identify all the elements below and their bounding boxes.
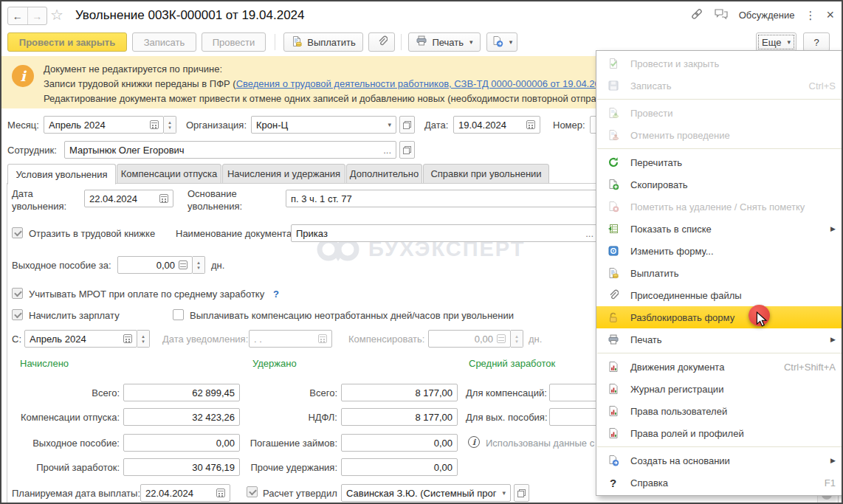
calendar-icon[interactable] [150,120,159,129]
szv-td-document-link[interactable]: Сведения о трудовой деятельности работни… [236,78,600,89]
menu-item-role-profile-rights[interactable]: Права ролей и профилей [596,422,843,444]
calendar-icon[interactable] [216,489,225,497]
severance-days-stepper[interactable]: ▴▾ [193,256,205,274]
tab-dismissal-terms[interactable]: Условия увольнения [7,164,116,184]
for-compensations-label: Для компенсаций: [466,387,547,398]
from-month-stepper[interactable]: ▴▾ [137,330,150,348]
approved-by-field[interactable]: Савинская З.Ю. (Системный прог ▾ [341,484,511,502]
tab-accruals-deductions[interactable]: Начисления и удержания [222,164,345,184]
favorite-star-icon[interactable]: ☆ [50,6,63,24]
forward-button[interactable]: → [27,7,47,24]
save-button[interactable]: Записать [132,32,196,52]
tab-label: Условия увольнения [16,169,107,180]
print-button[interactable]: Печать ▾ [408,32,481,52]
help-button[interactable]: ? [803,32,830,52]
menu-item-show-in-list[interactable]: Показать в списке ▶ [596,218,843,240]
organization-field[interactable]: Крон-Ц ▾ [251,116,396,134]
doc-name-field[interactable]: Приказ ... [291,224,599,242]
ellipsis-icon[interactable]: ... [383,145,391,156]
menu-item-save[interactable]: Записать Ctrl+S [596,75,843,97]
other-deductions-field[interactable]: 0,00 [341,458,458,476]
dropdown-icon[interactable]: ▾ [502,489,506,497]
menu-item-attached-files[interactable]: Присоединенные файлы [596,284,843,306]
withheld-total-field[interactable]: 8 177,00 [341,384,458,401]
employee-field[interactable]: Мартынюк Олег Егорович ... [64,141,396,159]
menu-item-label: Присоединенные файлы [630,290,828,301]
menu-item-registration-log[interactable]: Журнал регистрации [596,378,843,400]
menu-item-label: Показать в списке [630,224,823,235]
post-button[interactable]: Провести [202,32,266,52]
help-icon: ? [607,477,619,489]
ellipsis-icon[interactable]: ... [585,228,593,239]
menu-item-unlock-form[interactable]: Разблокировать форму [596,306,843,328]
other-earnings-field[interactable]: 30 476,19 [123,458,240,476]
menu-item-document-movements[interactable]: Движения документа Ctrl+Shift+A [596,356,843,378]
menu-item-change-form[interactable]: Изменить форму... [596,240,843,262]
calendar-icon[interactable] [526,120,535,129]
calendar-icon[interactable] [159,194,168,203]
compensate-field[interactable]: 0,00 [428,330,511,348]
pay-button[interactable]: Выплатить [283,32,363,52]
menu-item-undo-posting[interactable]: Отменить проведение [596,124,843,146]
link-icon[interactable] [690,7,703,23]
attachments-button[interactable] [368,32,395,52]
calendar-icon[interactable] [123,334,132,343]
vacation-compensation-field[interactable]: 32 423,26 [123,408,240,426]
approved-by-open-button[interactable] [514,484,529,502]
workbook-checkbox[interactable] [12,227,23,238]
back-icon: ← [13,10,23,22]
close-icon[interactable]: × [826,7,834,23]
calculator-icon[interactable] [179,260,187,269]
post-and-close-button[interactable]: Провести и закрыть [7,32,127,52]
from-month-field[interactable]: Апрель 2024 [24,330,137,348]
menu-item-pay[interactable]: Выплатить [596,262,843,284]
loan-repayment-field[interactable]: 0,00 [341,434,458,452]
discussion-label[interactable]: Обсуждение [739,10,795,21]
menu-item-help[interactable]: ? Справка F1 [596,472,843,494]
tab-vacation-compensation[interactable]: Компенсации отпуска [117,164,221,184]
compensate-stepper[interactable]: ▴▾ [511,330,523,348]
undo-posting-icon [607,129,619,142]
menu-item-post[interactable]: Провести [596,102,843,124]
menu-item-user-rights[interactable]: Права пользователей [596,400,843,422]
menu-item-copy[interactable]: Скопировать [596,173,843,196]
back-button[interactable]: ← [8,7,27,24]
tab-dismissal-certificates[interactable]: Справки при увольнении [423,164,549,184]
menu-item-mark-for-deletion[interactable]: Пометить на удаление / Снять пометку [596,196,843,218]
tab-additional[interactable]: Дополнительно [346,164,422,184]
menu-item-post-and-close[interactable]: Провести и закрыть [596,52,843,75]
accrue-salary-checkbox[interactable] [12,309,23,320]
accrued-total-field[interactable]: 62 899,45 [123,384,240,401]
withheld-header: Удержано [252,358,297,369]
mrot-checkbox-label: Учитывать МРОТ при оплате по среднему за… [29,289,264,300]
average-info-icon[interactable]: i [468,436,480,448]
pay-label: Выплатить [307,37,356,48]
menu-item-reread[interactable]: Перечитать [596,151,843,173]
dropdown-icon[interactable]: ▾ [388,121,391,128]
create-based-on-button[interactable]: ▾ [486,32,517,52]
menu-item-print[interactable]: Печать ▶ [596,328,843,351]
dismissal-date-label: Дата [12,188,33,199]
month-field[interactable]: Апрель 2024 [44,116,164,134]
mrot-help-icon[interactable]: ? [273,289,279,300]
severance-pay-field[interactable]: 0,00 [123,434,240,452]
calc-approved-checkbox[interactable] [247,486,258,497]
notice-date-field[interactable]: . . [249,330,332,348]
severance-days-field[interactable]: 0,00 [117,256,193,274]
menu-item-shortcut: F1 [825,477,836,489]
mrot-checkbox[interactable] [12,288,23,299]
more-button[interactable]: Еще ▾ [756,32,796,52]
dismissal-date-field[interactable]: 22.04.2024 [84,190,173,207]
menu-item-create-based-on[interactable]: Создать на основании ▶ [596,449,843,472]
compensate-unworked-checkbox[interactable] [173,309,184,320]
other-earnings-label: Прочий заработок: [10,462,120,473]
month-label: Месяц: [7,120,39,131]
organization-open-button[interactable] [399,116,415,134]
more-options-dots-icon[interactable]: ⋮ [805,9,816,22]
employee-open-button[interactable] [399,141,415,159]
month-stepper[interactable]: ▴▾ [164,116,176,134]
date-field[interactable]: 19.04.2024 [453,116,540,134]
planned-date-field[interactable]: 22.04.2024 [140,484,230,502]
discussion-icon[interactable] [714,8,729,23]
ndfl-field[interactable]: 8 177,00 [341,408,458,426]
